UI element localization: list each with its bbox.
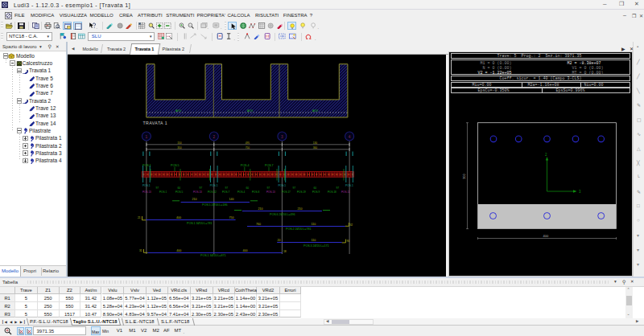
svg-text:3: 3 [579,190,581,194]
svg-text:POS.5 2Ø16 L=186: POS.5 2Ø16 L=186 [202,203,227,207]
svg-text:A0%: A0% [247,109,253,113]
svg-text:2: 2 [545,153,547,157]
svg-text:21: 21 [138,216,141,219]
svg-text:97: 97 [336,186,340,190]
svg-text:4: 4 [349,135,351,139]
svg-text:POS.13: POS.13 [142,191,151,194]
svg-text:POS.11: POS.11 [341,191,350,194]
svg-text:97: 97 [267,186,270,190]
svg-text:POS.18: POS.18 [328,191,336,194]
svg-text:A0%: A0% [175,109,181,113]
svg-text:360: 360 [313,146,318,150]
svg-text:31: 31 [139,249,142,252]
svg-text:POS.8: POS.8 [252,191,259,194]
svg-text:POS.1 3Ø20 L=781: POS.1 3Ø20 L=781 [187,222,212,225]
svg-text:A0%: A0% [312,109,318,113]
svg-text:97: 97 [200,186,203,190]
svg-text:60: 60 [178,186,181,190]
svg-text:300: 300 [462,174,466,179]
svg-text:3: 3 [281,135,283,139]
svg-text:97: 97 [156,186,159,190]
svg-text:POS.12: POS.12 [208,191,217,194]
svg-text:350: 350 [177,146,182,150]
svg-text:97: 97 [293,186,296,190]
svg-text:1: 1 [146,135,148,139]
svg-text:210: 210 [192,198,197,201]
svg-text:110: 110 [312,223,316,226]
svg-text:32: 32 [350,223,353,227]
svg-text:POS.1: POS.1 [159,191,167,194]
svg-text:18: 18 [283,250,287,253]
svg-text:POS.5: POS.5 [175,191,183,194]
svg-text:750: 750 [229,216,234,219]
svg-text:POS.1 3Ø20 L=871: POS.1 3Ø20 L=871 [200,254,225,257]
svg-text:760: 760 [256,223,261,226]
svg-text:POS.1: POS.1 [142,184,151,187]
svg-text:POS.13: POS.13 [193,191,202,194]
svg-text:210: 210 [258,207,263,211]
svg-text:POS.17: POS.17 [282,191,291,194]
svg-text:POS.5: POS.5 [171,164,180,167]
svg-text:750: 750 [246,146,250,150]
svg-text:140: 140 [229,198,234,201]
svg-text:60: 60 [246,186,250,190]
svg-text:400: 400 [543,234,548,238]
svg-text:110: 110 [312,239,316,242]
svg-text:150: 150 [177,141,182,145]
svg-text:POS.9: POS.9 [312,191,320,194]
svg-text:90: 90 [346,240,349,243]
svg-text:97: 97 [225,186,229,190]
svg-text:POS.1: POS.1 [210,184,218,187]
svg-text:POS.3 2Ø20 L=171: POS.3 2Ø20 L=171 [303,244,328,248]
svg-text:POS.7: POS.7 [222,191,229,194]
svg-text:POS.1: POS.1 [345,184,353,187]
svg-text:POS.4: POS.4 [241,164,250,167]
svg-text:TRAVATA 1: TRAVATA 1 [143,121,167,125]
svg-text:POS.4: POS.4 [237,191,245,194]
svg-text:400: 400 [176,216,181,219]
svg-text:210: 210 [298,207,303,211]
svg-text:POS.2 2Ø20 L=781: POS.2 2Ø20 L=781 [286,227,311,231]
svg-text:POS.6 2Ø16 L=496: POS.6 2Ø16 L=496 [270,213,295,216]
svg-text:POS.13: POS.13 [266,191,275,194]
svg-text:POS.1: POS.1 [278,184,286,187]
svg-text:2: 2 [213,135,215,139]
svg-text:400: 400 [176,249,181,252]
svg-text:20: 20 [278,239,281,242]
svg-text:POS.19: POS.19 [297,191,306,194]
svg-text:495: 495 [246,141,250,145]
svg-text:POS.7: POS.7 [265,164,274,167]
svg-text:60: 60 [314,186,317,190]
svg-text:130: 130 [313,141,318,145]
svg-text:400: 400 [243,249,248,252]
